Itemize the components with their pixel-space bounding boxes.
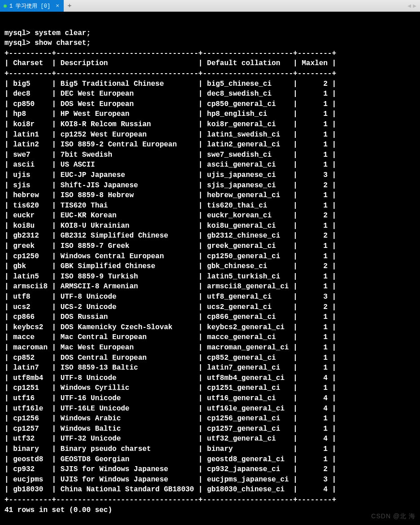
plus-icon: + [68,2,72,10]
nav-left-icon[interactable]: ◀ [407,2,412,9]
terminal-output[interactable]: mysql> system clear; mysql> show charset… [0,12,420,525]
tab-nav-arrows: ◀ ▶ [407,0,417,12]
tab-title: 1 学习使用 [0] [9,2,50,10]
status-dot-icon [4,4,7,8]
new-tab-button[interactable]: + [64,0,75,12]
watermark-text: CSDN @北 海 [371,512,416,521]
tab-bar: 1 学习使用 [0] × + ◀ ▶ [0,0,420,12]
nav-right-icon[interactable]: ▶ [412,2,417,9]
tab-active[interactable]: 1 学习使用 [0] × [0,0,64,12]
close-icon[interactable]: × [56,3,59,9]
